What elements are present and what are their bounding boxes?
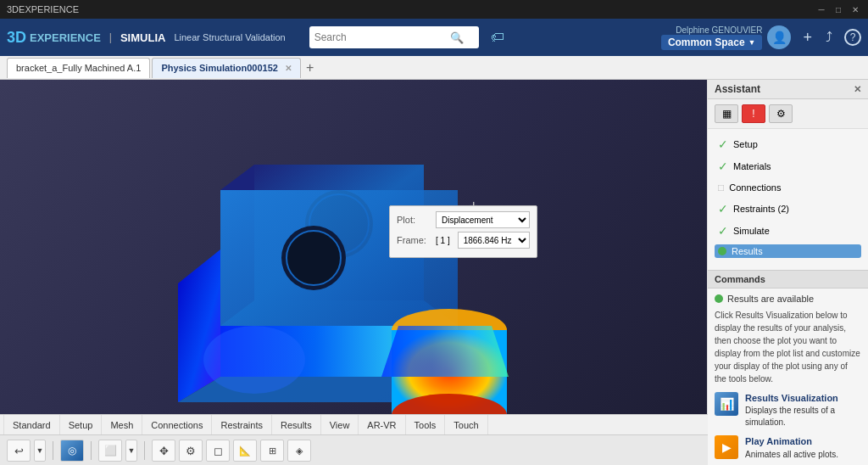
assistant-table-icon[interactable]: ▦: [715, 104, 738, 123]
tab-bracket[interactable]: bracket_a_Fully Machined A.1: [7, 58, 150, 78]
bottom-tab-connections[interactable]: Connections: [142, 415, 212, 434]
assistant-header: Assistant ✕: [708, 80, 868, 99]
assistant-close-button[interactable]: ✕: [854, 84, 861, 95]
checklist-item-simulate[interactable]: ✓ Simulate: [715, 222, 861, 239]
undo-button[interactable]: ↩: [7, 440, 31, 462]
connections-check-icon: □: [718, 182, 724, 193]
sep-3: [144, 441, 145, 460]
plot-controls: Plot: Displacement Stress Strain Frame: …: [389, 205, 537, 258]
render-style-button[interactable]: ⬜: [98, 440, 122, 462]
share-icon[interactable]: ⤴: [824, 28, 834, 47]
plot-select[interactable]: Displacement Stress Strain: [436, 211, 530, 228]
results-viz-icon: 📊: [715, 392, 738, 416]
view-mode-button[interactable]: ◎: [60, 440, 84, 462]
setup-label: Setup: [733, 139, 758, 149]
mesh-button[interactable]: ⊞: [260, 440, 284, 462]
bottom-tab-setup[interactable]: Setup: [60, 415, 103, 434]
main-area: + Plot: Displacement Stress Strain Frame…: [0, 80, 868, 414]
render-style-dropdown[interactable]: ▼: [125, 440, 137, 462]
bottom-tab-mesh-label: Mesh: [110, 420, 133, 430]
cmd-results-text: Results Visualization Displays the resul…: [745, 392, 861, 429]
checklist-item-results[interactable]: Results: [715, 244, 861, 258]
svg-point-15: [203, 326, 305, 394]
window-controls[interactable]: ─ □ ✕: [815, 3, 861, 15]
connections-label: Connections: [729, 182, 781, 193]
cmd-anim-desc: Animates all active plots.: [745, 449, 838, 461]
frame-label: Frame:: [397, 235, 431, 245]
minimize-button[interactable]: ─: [815, 3, 827, 15]
assistant-alert-icon[interactable]: !: [742, 104, 765, 123]
commands-header: Commands: [708, 271, 868, 289]
assistant-settings-icon[interactable]: ⚙: [769, 104, 793, 123]
material-button[interactable]: ◈: [287, 440, 311, 462]
app-logo: 3D EXPERIENCE | SIMULIA Linear Structura…: [7, 29, 286, 47]
avatar-icon[interactable]: 👤: [767, 25, 791, 49]
plot-label: Plot:: [397, 215, 431, 225]
search-icon[interactable]: 🔍: [450, 31, 464, 44]
close-button[interactable]: ✕: [849, 3, 861, 15]
object-button[interactable]: ◻: [206, 440, 230, 462]
tab-physics-simulation[interactable]: Physics Simulation000152 ✕: [152, 58, 301, 78]
bottom-tab-ar-vr-label: AR-VR: [367, 420, 396, 430]
cmd-anim-title: Play Animation: [745, 435, 838, 448]
frame-select[interactable]: 1866.846 Hz: [458, 232, 530, 249]
bottom-tab-results[interactable]: Results: [272, 415, 321, 434]
restraints-label: Restraints (2): [733, 204, 789, 214]
simulia-text: SIMULIA: [120, 31, 165, 44]
search-box[interactable]: 🔍: [309, 26, 479, 48]
bottom-tab-standard[interactable]: Standard: [3, 415, 60, 434]
play-anim-icon: ▶: [715, 435, 738, 459]
materials-label: Materials: [733, 161, 771, 171]
commands-description: Click Results Visualization below to dis…: [715, 309, 861, 385]
bottom-tab-ar-vr[interactable]: AR-VR: [359, 415, 405, 434]
bottom-tab-touch[interactable]: Touch: [445, 415, 487, 434]
tab-add-button[interactable]: +: [303, 60, 317, 76]
tab-physics-label: Physics Simulation000152: [161, 63, 278, 73]
add-icon[interactable]: +: [801, 27, 814, 48]
viewport-3d[interactable]: + Plot: Displacement Stress Strain Frame…: [0, 80, 707, 414]
model-svg: [102, 114, 593, 414]
bottom-tab-touch-label: Touch: [453, 420, 478, 430]
cmd-anim-text: Play Animation Animates all active plots…: [745, 435, 838, 460]
dropdown-arrow-icon: ▼: [748, 38, 756, 47]
maximize-button[interactable]: □: [832, 3, 844, 15]
help-icon[interactable]: ?: [844, 29, 861, 46]
search-input[interactable]: [314, 31, 450, 43]
checklist-item-restraints[interactable]: ✓ Restraints (2): [715, 200, 861, 217]
checklist-item-connections[interactable]: □ Connections: [715, 180, 861, 195]
cmd-results-title: Results Visualization: [745, 392, 861, 405]
analysis-button[interactable]: 📐: [233, 440, 257, 462]
checklist-item-setup[interactable]: ✓ Setup: [715, 136, 861, 153]
bottom-tab-view[interactable]: View: [321, 415, 359, 434]
simulate-check-icon: ✓: [718, 224, 728, 238]
cmd-results-visualization[interactable]: 📊 Results Visualization Displays the res…: [715, 392, 861, 429]
space-badge[interactable]: Common Space ▼: [661, 35, 763, 50]
commands-body: Results are available Click Results Visu…: [708, 289, 868, 465]
checklist-item-materials[interactable]: ✓ Materials: [715, 158, 861, 175]
simulate-label: Simulate: [733, 226, 770, 236]
commands-title: Commands: [715, 274, 765, 284]
bottom-tab-results-label: Results: [281, 420, 312, 430]
undo-dropdown-button[interactable]: ▼: [34, 440, 46, 462]
logo-sep: |: [109, 31, 112, 43]
bottom-tab-mesh[interactable]: Mesh: [102, 415, 142, 434]
tab-bracket-label: bracket_a_Fully Machined A.1: [16, 63, 141, 73]
bookmark-icon[interactable]: 🏷: [491, 30, 504, 45]
svg-point-7: [287, 231, 341, 285]
status-text: Results are available: [727, 294, 814, 304]
bottom-tab-tools[interactable]: Tools: [406, 415, 446, 434]
materials-check-icon: ✓: [718, 160, 728, 173]
tab-bar: bracket_a_Fully Machined A.1 Physics Sim…: [0, 56, 868, 80]
sep-2: [91, 441, 92, 460]
settings-button[interactable]: ⚙: [179, 440, 203, 462]
cmd-play-animation[interactable]: ▶ Play Animation Animates all active plo…: [715, 435, 861, 460]
move-button[interactable]: ✥: [152, 440, 175, 462]
results-label: Results: [732, 246, 763, 256]
assistant-icon-bar: ▦ ! ⚙: [708, 99, 868, 129]
title-bar: 3DEXPERIENCE ─ □ ✕: [0, 0, 868, 19]
bottom-tab-connections-label: Connections: [151, 420, 203, 430]
tab-close-button[interactable]: ✕: [285, 64, 292, 73]
results-status-row: Results are available: [715, 294, 861, 304]
right-panel: Assistant ✕ ▦ ! ⚙ ✓ Setup ✓ Materials □ …: [707, 80, 868, 414]
bottom-tab-restraints[interactable]: Restraints: [212, 415, 272, 434]
